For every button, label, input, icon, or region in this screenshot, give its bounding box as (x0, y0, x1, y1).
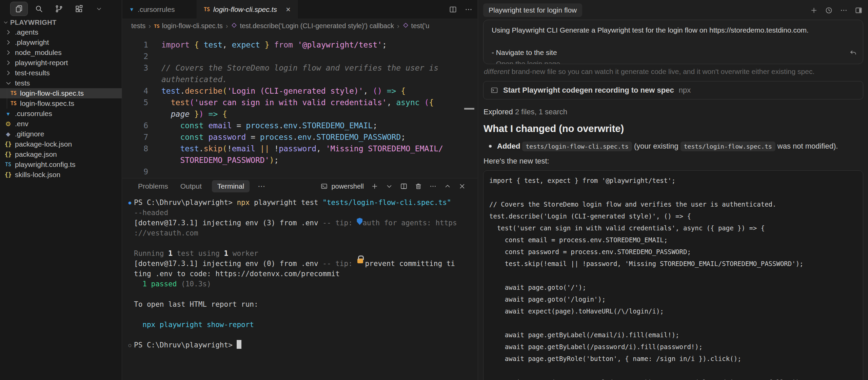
ts-orange-file-icon: TS (9, 100, 18, 107)
panel-tab-terminal[interactable]: Terminal (212, 180, 250, 192)
powershell-terminal-icon[interactable] (320, 183, 328, 190)
line-number: 6 (122, 120, 148, 131)
breadcrumb-item[interactable]: TSlogin-flow-cli.spec.ts (154, 22, 223, 30)
chevron-down-icon[interactable] (386, 183, 393, 190)
explorer-header[interactable]: PLAYWRIGHT (0, 18, 122, 27)
chat-code-line: await page.getByLabel(/password/i).fill(… (489, 341, 863, 353)
shell-name[interactable]: powershell (331, 183, 364, 190)
user-message-line: - Navigate to the site (492, 47, 855, 58)
code-editor[interactable]: 1import { test, expect } from '@playwrig… (122, 33, 477, 178)
line-number: 7 (122, 131, 148, 143)
breadcrumb-item[interactable]: test('u (402, 22, 430, 30)
explored-summary[interactable]: Explored 2 files, 1 search (484, 108, 863, 116)
layout-panel-icon[interactable] (855, 6, 863, 14)
cursor-file-icon: ▼ (3, 111, 13, 117)
cursor-file-icon: ▼ (129, 6, 134, 12)
chat-code-line: test.describe('Login (CLI-generated styl… (489, 210, 863, 222)
file-chip[interactable]: tests/login-flow-cli.spec.ts (522, 141, 632, 151)
terminal-line (126, 238, 477, 248)
code-line: 1import { test, expect } from '@playwrig… (122, 39, 477, 51)
tree-item-tests[interactable]: tests (0, 78, 122, 88)
tree-item-.agents[interactable]: .agents (0, 27, 122, 37)
editor-tab-.cursorrules[interactable]: ▼.cursorrules (122, 0, 197, 19)
user-message-line (492, 36, 855, 47)
tree-item-playwright-report[interactable]: playwright-report (0, 58, 122, 68)
activity-search-icon[interactable] (30, 2, 48, 16)
activity-files-icon[interactable] (10, 2, 28, 16)
user-message-line: - Open the login page (492, 58, 855, 64)
assistant-text-occluded: different brand-new file so you can watc… (484, 68, 863, 76)
activity-source-control-icon[interactable] (50, 2, 68, 16)
chat-code-line: await expect(page).toHaveURL(/\/login/i)… (489, 305, 863, 317)
braces-file-icon: {} (3, 141, 13, 148)
tree-item-skills-lock.json[interactable]: {}skills-lock.json (0, 170, 122, 180)
explorer-title: PLAYWRIGHT (10, 19, 57, 26)
plus-icon[interactable] (810, 6, 818, 14)
ts-blue-file-icon: TS (3, 162, 13, 168)
chevron-right-icon (5, 49, 12, 56)
tree-item-.gitignore[interactable]: ◆.gitignore (0, 129, 122, 139)
panel-more-icon[interactable]: ⋯ (258, 182, 266, 191)
trash-icon[interactable] (415, 183, 422, 190)
scrollbar-marker[interactable] (464, 108, 474, 110)
tree-item-test-results[interactable]: test-results (0, 68, 122, 78)
tree-item-.env[interactable]: ⚙.env (0, 119, 122, 129)
panel-tab-problems[interactable]: Problems (138, 182, 168, 190)
panel-tab-output[interactable]: Output (180, 182, 202, 190)
ellipsis-icon[interactable] (840, 6, 848, 14)
code-line: 8 test.skip(!email || !password, 'Missin… (122, 143, 477, 154)
close-tab-icon[interactable]: × (286, 5, 291, 14)
activity-chevron-down-icon[interactable] (90, 2, 108, 16)
activity-extensions-icon[interactable] (70, 2, 88, 16)
split-terminal-icon[interactable] (400, 183, 408, 190)
terminal-line: Running 1 test using 1 worker (126, 248, 477, 259)
code-line: 7 const password = process.env.STOREDEMO… (122, 131, 477, 143)
chevron-up-icon[interactable] (444, 183, 451, 190)
close-icon[interactable] (458, 183, 466, 190)
source-control-icon (55, 4, 63, 13)
search-icon (35, 4, 43, 13)
code-line: 5 test('user can sign in with valid cred… (122, 97, 477, 108)
tree-item-login-flow-cli.spec.ts[interactable]: TSlogin-flow-cli.spec.ts (0, 88, 122, 98)
split-editor-icon[interactable] (449, 5, 457, 14)
terminal-line: ://vestauth.com (126, 228, 477, 238)
chat-code-line: const password = process.env.STOREDEMO_P… (489, 246, 863, 258)
codegen-suffix: npx (679, 86, 691, 95)
chevron-down-icon (3, 19, 9, 25)
chat-code-line: await page.goto('/'); (489, 282, 863, 293)
tree-item-package-lock.json[interactable]: {}package-lock.json (0, 139, 122, 149)
command-decoration[interactable]: ○ (126, 340, 134, 350)
tree-item-label: login-flow.spec.ts (20, 99, 74, 108)
intro-text: Here's the new test: (484, 157, 863, 166)
tree-item-node_modules[interactable]: node_modules (0, 48, 122, 58)
codegen-command-button[interactable]: Start Playwright codegen recording to ne… (483, 81, 863, 99)
tree-item-package.json[interactable]: {}package.json (0, 149, 122, 159)
chat-tab[interactable]: Playwright test for login flow (483, 3, 582, 17)
tree-item-.cursorrules[interactable]: ▼.cursorrules (0, 109, 122, 119)
terminal-line: npx playwright show-report (126, 320, 477, 330)
breadcrumb-separator: › (226, 22, 228, 30)
restore-checkpoint-button[interactable] (849, 49, 857, 60)
plus-icon[interactable] (371, 183, 378, 190)
history-icon[interactable] (825, 6, 833, 14)
terminal-actions: powershell (320, 178, 466, 194)
chat-header: Playwright test for login flow (478, 0, 868, 18)
breadcrumb-item[interactable]: tests (131, 22, 145, 30)
line-number: 5 (122, 97, 148, 108)
file-chip[interactable]: tests/login-flow.spec.ts (680, 141, 775, 151)
tree-item-.playwright[interactable]: .playwright (0, 37, 122, 48)
editor-tab-login-flow-cli.spec.ts[interactable]: TSlogin-flow-cli.spec.ts× (197, 0, 298, 19)
chevron-right-icon (5, 28, 12, 36)
chat-code-block[interactable]: import { test, expect } from '@playwrigh… (483, 170, 863, 380)
chevron-right-icon (5, 39, 12, 46)
code-line: 2 (122, 51, 477, 62)
tree-item-playwright.config.ts[interactable]: TSplaywright.config.ts (0, 159, 122, 170)
ellipsis-icon[interactable] (465, 5, 473, 14)
breadcrumb-separator: › (149, 22, 151, 30)
terminal-output[interactable]: ●PS C:\Dhruv\playwright> npx playwright … (122, 194, 477, 350)
ellipsis-icon[interactable] (429, 183, 437, 190)
tree-item-login-flow.spec.ts[interactable]: TSlogin-flow.spec.ts (0, 98, 122, 109)
breadcrumb-item[interactable]: test.describe('Login (CLI-generated styl… (231, 22, 394, 30)
tab-label: .cursorrules (138, 5, 175, 14)
command-decoration[interactable]: ● (126, 197, 134, 208)
